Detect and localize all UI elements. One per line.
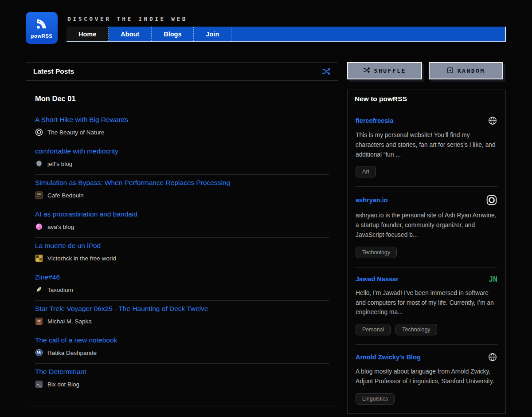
- post-source-name: Victorhck in the free world: [47, 255, 116, 262]
- gray-blob-favicon-icon: [35, 160, 43, 168]
- post-source: Michał M. Sapka: [35, 317, 329, 325]
- entry-description: A blog mostly about language from Arnold…: [356, 367, 497, 386]
- entry-description: This is my personal website! You’ll find…: [356, 130, 497, 159]
- gray-square-favicon-icon: [35, 380, 43, 388]
- post-item: La muerte de un iPod Victorhck in the fr…: [35, 238, 329, 269]
- post-item: The call of a new notebook W Ratika Desh…: [35, 332, 329, 364]
- post-source: ava's blog: [35, 223, 329, 231]
- latest-posts-header: Latest Posts: [26, 63, 338, 81]
- post-title-link[interactable]: A Short Hike with Big Rewards: [35, 116, 128, 124]
- tag[interactable]: Art: [356, 166, 376, 177]
- shuffle-button[interactable]: SHUFFLE: [347, 62, 422, 79]
- logo[interactable]: powRSS: [26, 12, 58, 44]
- tag[interactable]: Linguistics: [356, 393, 395, 405]
- post-title-link[interactable]: La muerte de un iPod: [35, 242, 101, 250]
- post-title-link[interactable]: Simulation as Bypass: When Performance R…: [35, 179, 230, 187]
- content: Latest Posts Mon Dec 01 A Short Hike wit…: [26, 62, 506, 414]
- tagline: DISCOVER THE INDIE WEB: [67, 16, 506, 22]
- shuffle-icon[interactable]: [322, 67, 331, 75]
- post-source: jeff's blog: [35, 160, 329, 168]
- post-title-link[interactable]: The call of a new notebook: [35, 336, 117, 344]
- feather-favicon-icon: [35, 286, 43, 294]
- new-to-powrss-panel: New to powRSS fiercefreesia This is: [347, 90, 506, 414]
- random-button-label: RANDOM: [458, 67, 485, 74]
- blog-entry: ashryan.io ashryan.io is the personal si…: [356, 187, 497, 267]
- target-favicon-icon: [35, 128, 43, 136]
- page: powRSS DISCOVER THE INDIE WEB Home About…: [0, 0, 532, 414]
- nav-item-home[interactable]: Home: [66, 27, 109, 41]
- random-button-icon: [447, 67, 454, 75]
- post-title-link[interactable]: The Determinant: [35, 368, 86, 376]
- tag-list: Linguistics: [356, 393, 497, 405]
- nav-spacer: [231, 27, 505, 41]
- nav-item-join[interactable]: Join: [194, 27, 231, 41]
- post-item: AI as procrastination and bandaid ava's …: [35, 206, 329, 238]
- post-source: Bix dot Blog: [35, 380, 329, 388]
- rss-icon: [35, 17, 48, 32]
- tag[interactable]: Personal: [356, 324, 391, 335]
- post-title-link[interactable]: Star Trek: Voyager 06x25 - The Haunting …: [35, 305, 208, 313]
- blog-entry: fiercefreesia This is my personal websit…: [356, 108, 497, 187]
- post-item: Simulation as Bypass: When Performance R…: [35, 175, 329, 206]
- tag[interactable]: Technology: [395, 324, 437, 335]
- new-panel-header: New to powRSS: [348, 90, 505, 108]
- tag-list: Art: [356, 166, 497, 177]
- post-item: The Determinant Bix dot Blog: [35, 364, 329, 395]
- tag-list: Personal Technology: [356, 324, 497, 335]
- entry-name-link[interactable]: ashryan.io: [356, 197, 388, 204]
- sidebar: SHUFFLE RANDOM New to powRSS: [347, 62, 506, 414]
- post-source-name: jeff's blog: [47, 161, 72, 167]
- entries: fiercefreesia This is my personal websit…: [348, 108, 505, 413]
- post-item: Star Trek: Voyager 06x25 - The Haunting …: [35, 301, 329, 332]
- post-source: Victorhck in the free world: [35, 254, 329, 262]
- entry-name-link[interactable]: Jawad Nassar: [356, 275, 399, 283]
- jn-logo-icon[interactable]: JN: [489, 275, 497, 283]
- shuffle-button-icon: [363, 67, 370, 75]
- header-right: DISCOVER THE INDIE WEB Home About Blogs …: [66, 12, 506, 42]
- tag[interactable]: Technology: [356, 247, 397, 258]
- post-source-name: Michał M. Sapka: [47, 318, 92, 325]
- post-title-link[interactable]: Zine#46: [35, 273, 60, 281]
- entry-name-link[interactable]: Arnold Zwicky's Blog: [356, 354, 421, 361]
- random-button[interactable]: RANDOM: [429, 62, 504, 79]
- post-item: A Short Hike with Big Rewards The Beauty…: [35, 112, 329, 143]
- posts-body: Mon Dec 01 A Short Hike with Big Rewards…: [26, 94, 338, 406]
- pixel-art-favicon-icon: [35, 254, 43, 262]
- date-heading: Mon Dec 01: [35, 94, 329, 103]
- post-source-name: Cafe Bedouin: [47, 192, 84, 199]
- post-source-name: The Beauty of Nature: [47, 129, 104, 136]
- post-item: Zine#46 Taxodium: [35, 269, 329, 301]
- globe-icon[interactable]: [488, 352, 497, 362]
- sidebar-buttons: SHUFFLE RANDOM: [347, 62, 506, 79]
- entry-description: ashryan.io is the personal site of Ash R…: [356, 211, 497, 240]
- brand-name: powRSS: [31, 33, 52, 39]
- svg-text:W: W: [36, 350, 42, 355]
- post-source-name: ava's blog: [47, 224, 74, 230]
- post-source-name: Taxodium: [47, 287, 73, 293]
- nav-item-blogs[interactable]: Blogs: [152, 27, 194, 41]
- entry-name-link[interactable]: fiercefreesia: [356, 117, 393, 124]
- blog-entry: Jawad Nassar JN Hello, I’m Jawad! I’ve b…: [356, 268, 497, 345]
- post-source: W Ratika Deshpande: [35, 349, 329, 357]
- post-item: comfortable with mediocrity jeff's blog: [35, 143, 329, 175]
- pink-favicon-icon: [35, 223, 43, 231]
- record-ring-icon[interactable]: [486, 194, 497, 206]
- latest-posts-title: Latest Posts: [33, 67, 74, 75]
- shuffle-button-label: SHUFFLE: [374, 67, 406, 74]
- entry-description: Hello, I’m Jawad! I’ve been immersed in …: [356, 288, 497, 317]
- latest-posts-panel: Latest Posts Mon Dec 01 A Short Hike wit…: [26, 62, 338, 406]
- tag-list: Technology: [356, 247, 497, 258]
- new-panel-title: New to powRSS: [355, 95, 407, 103]
- post-source-name: Ratika Deshpande: [47, 350, 97, 356]
- post-source: The Beauty of Nature: [35, 128, 329, 136]
- nav-item-about[interactable]: About: [109, 27, 152, 41]
- main-nav: Home About Blogs Join: [66, 27, 506, 42]
- post-title-link[interactable]: AI as procrastination and bandaid: [35, 210, 137, 218]
- post-source: Cafe Bedouin: [35, 191, 329, 199]
- blog-entry: Arnold Zwicky's Blog A blog mostly about…: [356, 345, 497, 413]
- dark-square-favicon-icon: [35, 191, 43, 199]
- wordpress-favicon-icon: W: [35, 349, 43, 357]
- post-source: Taxodium: [35, 286, 329, 294]
- globe-icon[interactable]: [488, 116, 497, 126]
- post-title-link[interactable]: comfortable with mediocrity: [35, 147, 118, 155]
